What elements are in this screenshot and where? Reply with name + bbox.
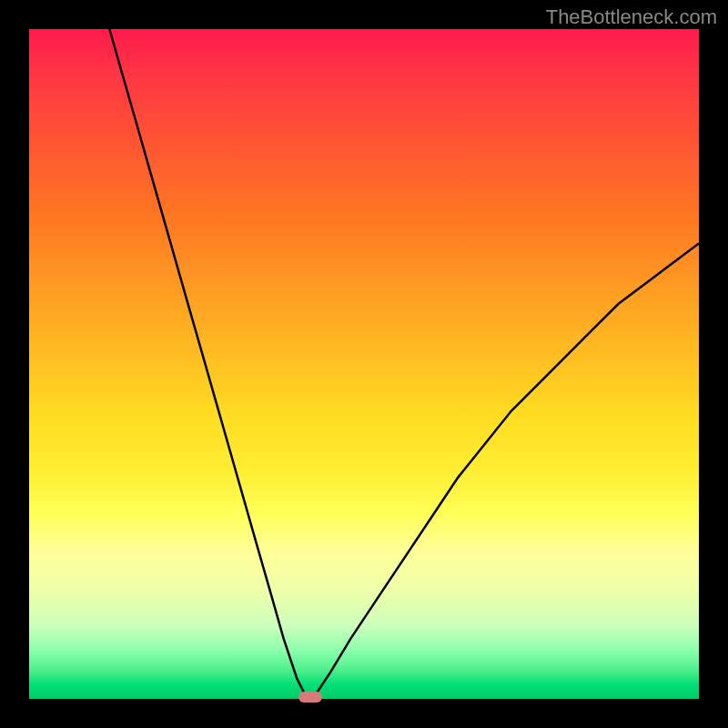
watermark-text: TheBottleneck.com xyxy=(546,5,717,29)
minimum-marker xyxy=(298,692,322,703)
plot-area xyxy=(29,29,699,699)
bottleneck-curve xyxy=(29,29,699,699)
